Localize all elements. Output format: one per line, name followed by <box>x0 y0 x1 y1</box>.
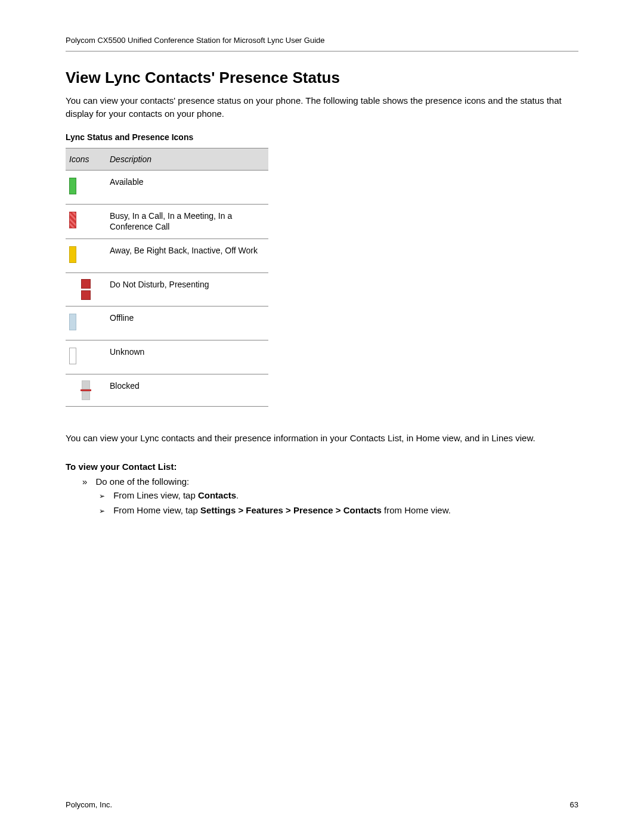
list-item: From Home view, tap Settings > Features … <box>99 505 578 515</box>
page: Polycom CX5500 Unified Conference Statio… <box>0 0 644 833</box>
list-item: Do one of the following: From Lines view… <box>82 476 578 515</box>
away-icon <box>69 245 76 264</box>
col-icons-header: Icons <box>66 148 106 170</box>
footer-company: Polycom, Inc. <box>66 800 112 809</box>
step-bold: Settings > Features > Presence > Contact… <box>200 505 382 515</box>
step-prefix: From Home view, tap <box>113 505 200 515</box>
step-suffix: from Home view. <box>382 505 451 515</box>
page-title: View Lync Contacts' Presence Status <box>66 69 578 87</box>
page-footer: Polycom, Inc. 63 <box>66 800 578 809</box>
table-row: Away, Be Right Back, Inactive, Off Work <box>66 239 268 273</box>
table-row: Offline <box>66 306 268 340</box>
dnd-icon <box>69 279 103 300</box>
row-desc: Unknown <box>106 340 268 374</box>
step-suffix: . <box>236 490 239 500</box>
footer-page-number: 63 <box>570 800 578 809</box>
table-row: Do Not Disturb, Presenting <box>66 273 268 306</box>
subheading: To view your Contact List: <box>66 462 578 472</box>
presence-table: Icons Description Available Busy, In a C… <box>66 148 268 407</box>
step-prefix: From Lines view, tap <box>113 490 198 500</box>
blocked-icon <box>69 380 103 400</box>
offline-icon <box>69 312 76 332</box>
busy-icon <box>69 210 76 230</box>
col-desc-header: Description <box>106 148 268 170</box>
table-row: Available <box>66 170 268 204</box>
row-desc: Blocked <box>106 374 268 407</box>
table-row: Blocked <box>66 374 268 407</box>
table-row: Unknown <box>66 340 268 374</box>
list-item: From Lines view, tap Contacts. <box>99 490 578 500</box>
body-paragraph-2: You can view your Lync contacts and thei… <box>66 432 578 445</box>
row-desc: Busy, In a Call, In a Meeting, In a Conf… <box>106 204 268 239</box>
list-item-text: Do one of the following: <box>96 476 190 487</box>
row-desc: Offline <box>106 306 268 340</box>
row-desc: Available <box>106 170 268 204</box>
table-caption: Lync Status and Presence Icons <box>66 132 578 142</box>
row-desc: Away, Be Right Back, Inactive, Off Work <box>106 239 268 273</box>
step-bold: Contacts <box>198 490 236 500</box>
list-level-1: Do one of the following: From Lines view… <box>66 476 578 515</box>
intro-paragraph: You can view your contacts' presence sta… <box>66 94 578 120</box>
available-icon <box>69 176 76 196</box>
header-rule <box>66 51 578 52</box>
row-desc: Do Not Disturb, Presenting <box>106 273 268 306</box>
table-row: Busy, In a Call, In a Meeting, In a Conf… <box>66 204 268 239</box>
document-header: Polycom CX5500 Unified Conference Statio… <box>66 36 578 45</box>
unknown-icon <box>69 346 76 366</box>
list-level-2: From Lines view, tap Contacts. From Home… <box>82 490 578 515</box>
